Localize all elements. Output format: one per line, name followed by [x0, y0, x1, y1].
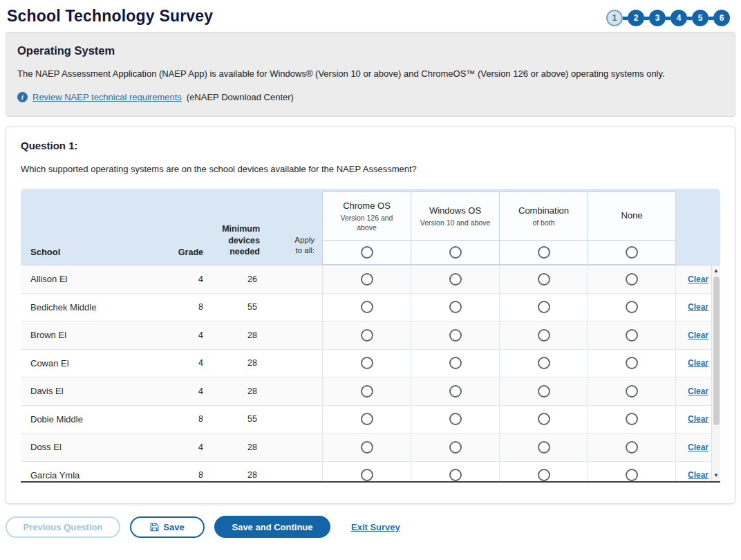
windows-os-radio[interactable]: [449, 441, 462, 454]
apply-all-none-radio[interactable]: [626, 246, 638, 259]
chrome-os-radio[interactable]: [361, 385, 373, 398]
min-devices-value: 55: [207, 406, 271, 433]
combination-radio[interactable]: [538, 413, 550, 425]
info-link-row: i Review NAEP technical requirements (eN…: [17, 92, 724, 102]
none-cell: [588, 321, 676, 349]
school-name: Cowan El: [21, 350, 167, 377]
step-3[interactable]: 3: [649, 10, 666, 26]
exit-survey-link[interactable]: Exit Survey: [351, 522, 400, 532]
apply-all-chrome-os-cell: [322, 240, 411, 265]
clear-link[interactable]: Clear: [688, 470, 709, 480]
table-row: Brown El 4 28 Clear: [21, 321, 720, 350]
tech-requirements-link[interactable]: Review NAEP technical requirements: [32, 92, 182, 102]
school-name: Brown El: [21, 321, 167, 349]
previous-question-button[interactable]: Previous Question: [6, 516, 120, 538]
none-cell: [588, 433, 676, 461]
question-text: Which supported operating systems are on…: [21, 164, 720, 174]
apply-all-chrome-os-radio[interactable]: [361, 246, 373, 259]
windows-os-radio[interactable]: [449, 385, 462, 398]
option-title: Chrome OS: [343, 200, 391, 211]
option-header-chrome-os: Chrome OS Version 126 and above: [322, 192, 411, 240]
windows-os-radio[interactable]: [449, 357, 462, 369]
step-4[interactable]: 4: [670, 10, 687, 26]
grade-value: 8: [167, 406, 207, 433]
combination-radio[interactable]: [538, 441, 550, 454]
clear-link[interactable]: Clear: [688, 274, 709, 284]
clear-link[interactable]: Clear: [688, 358, 709, 368]
chrome-os-radio[interactable]: [361, 441, 373, 454]
windows-os-cell: [411, 433, 499, 461]
vertical-scrollbar[interactable]: ▲ ▼: [711, 265, 720, 481]
chrome-os-radio[interactable]: [361, 329, 373, 342]
table-row: Dobie Middle 8 55 Clear: [21, 406, 720, 434]
chrome-os-radio[interactable]: [361, 357, 373, 369]
min-devices-value: 28: [207, 462, 271, 483]
combination-radio[interactable]: [538, 469, 550, 481]
windows-os-radio[interactable]: [449, 273, 462, 286]
option-header-windows-os: Windows OS Version 10 and above: [411, 192, 499, 240]
page-header: School Technology Survey 123456: [0, 0, 741, 32]
none-radio[interactable]: [626, 413, 638, 425]
combination-radio[interactable]: [538, 273, 550, 286]
clear-link[interactable]: Clear: [688, 330, 709, 340]
none-radio[interactable]: [626, 329, 638, 342]
step-2[interactable]: 2: [628, 10, 644, 26]
clear-link[interactable]: Clear: [688, 414, 709, 424]
chrome-os-radio[interactable]: [361, 469, 373, 481]
option-title: Windows OS: [429, 205, 481, 216]
scroll-up-icon[interactable]: ▲: [712, 266, 720, 276]
combination-radio[interactable]: [538, 301, 550, 313]
apply-all-windows-os-radio[interactable]: [449, 246, 462, 259]
windows-os-cell: [411, 377, 499, 405]
step-5[interactable]: 5: [692, 10, 709, 26]
min-devices-value: 28: [207, 350, 271, 377]
chrome-os-radio[interactable]: [361, 301, 373, 313]
scroll-down-icon[interactable]: ▼: [712, 471, 720, 480]
combination-cell: [499, 406, 588, 433]
min-devices-value: 28: [207, 433, 271, 461]
school-name: Doss El: [21, 433, 167, 461]
none-cell: [588, 265, 676, 293]
none-cell: [588, 350, 676, 377]
apply-all-combination-cell: [499, 240, 588, 265]
chrome-os-radio[interactable]: [361, 413, 373, 425]
none-cell: [588, 294, 676, 321]
clear-link[interactable]: Clear: [688, 302, 709, 312]
none-radio[interactable]: [626, 385, 638, 398]
option-subtitle: Version 126 and above: [331, 213, 403, 232]
windows-os-radio[interactable]: [449, 301, 462, 313]
none-radio[interactable]: [626, 441, 638, 454]
windows-os-radio[interactable]: [449, 329, 462, 342]
none-radio[interactable]: [626, 357, 638, 369]
step-connector: [687, 17, 692, 20]
grade-value: 4: [167, 321, 207, 349]
chrome-os-cell: [322, 265, 411, 293]
step-6[interactable]: 6: [713, 10, 730, 26]
chrome-os-cell: [322, 462, 411, 483]
none-radio[interactable]: [626, 469, 638, 481]
clear-link[interactable]: Clear: [688, 386, 709, 396]
min-devices-value: 26: [207, 265, 271, 293]
save-button[interactable]: Save: [130, 516, 205, 538]
grade-value: 8: [167, 294, 207, 321]
combination-radio[interactable]: [538, 385, 550, 398]
none-radio[interactable]: [626, 301, 638, 313]
combination-cell: [499, 265, 588, 293]
apply-spacer-cell: [271, 294, 322, 321]
combination-radio[interactable]: [538, 357, 550, 369]
option-title: Combination: [518, 205, 569, 216]
chrome-os-cell: [322, 433, 411, 461]
clear-link[interactable]: Clear: [688, 442, 709, 452]
none-radio[interactable]: [626, 273, 638, 286]
windows-os-radio[interactable]: [449, 413, 462, 425]
apply-all-combination-radio[interactable]: [538, 246, 550, 259]
combination-radio[interactable]: [538, 329, 550, 342]
scrollbar-thumb[interactable]: [713, 277, 720, 425]
save-and-continue-button[interactable]: Save and Continue: [214, 516, 330, 538]
windows-os-radio[interactable]: [449, 469, 462, 481]
school-name: Allison El: [21, 265, 167, 293]
step-connector: [644, 17, 649, 20]
apply-all-none-cell: [588, 240, 676, 265]
step-1-active[interactable]: 1: [606, 10, 623, 26]
chrome-os-radio[interactable]: [361, 273, 373, 286]
